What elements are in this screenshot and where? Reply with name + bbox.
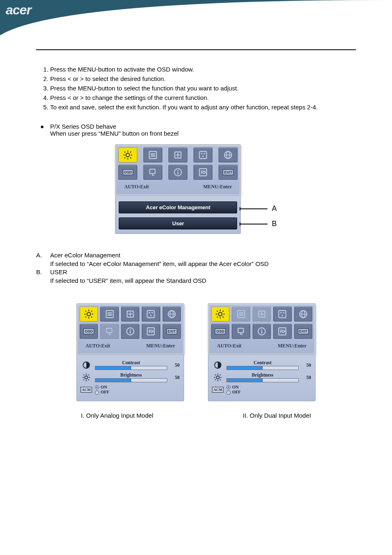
globe-tab-icon[interactable] [294, 307, 312, 321]
globe-tab-icon[interactable] [163, 307, 181, 321]
acm-on-radio[interactable] [226, 385, 231, 389]
acm-off-radio[interactable] [95, 391, 99, 395]
horizontal-rule [36, 49, 356, 50]
reset-tab-icon[interactable]: R [194, 165, 212, 180]
acm-row[interactable]: ACM ON OFF [212, 384, 311, 395]
acm-on-label: ON [101, 385, 107, 389]
list-tab-icon[interactable] [143, 148, 162, 162]
brightness-icon [81, 372, 92, 383]
globe-tab-icon[interactable] [219, 148, 238, 162]
banner-user[interactable]: User [119, 217, 237, 229]
brightness-tab-icon[interactable] [211, 307, 229, 321]
brightness-value: 50 [302, 375, 311, 380]
svg-line-105 [215, 379, 216, 380]
brightness-icon [212, 372, 223, 383]
brightness-label: Brightness [226, 372, 299, 377]
svg-point-68 [219, 312, 222, 316]
acm-row[interactable]: ACM ON OFF [81, 384, 180, 395]
lead-a-label: A [272, 204, 277, 213]
svg-rect-23 [150, 169, 155, 173]
sub-b-desc: If selected to “USER” item, will appear … [36, 277, 356, 285]
contrast-value: 50 [302, 363, 311, 368]
brightness-tab-icon[interactable] [80, 307, 98, 321]
svg-point-18 [204, 153, 205, 154]
svg-point-87 [282, 314, 283, 316]
step-item: Press the MENU-button to activate the OS… [50, 65, 356, 74]
color-tab-icon[interactable] [273, 307, 291, 321]
header-curve: acer [0, 0, 392, 37]
list-tab-icon[interactable] [100, 307, 118, 321]
position-tab-icon [253, 307, 271, 321]
svg-point-54 [130, 329, 131, 331]
brightness-tab-icon[interactable] [118, 148, 137, 162]
svg-line-8 [130, 152, 131, 153]
info-tab-icon[interactable] [121, 324, 139, 339]
svg-text:R: R [280, 329, 284, 334]
acm-on-radio[interactable] [95, 385, 99, 389]
reset-tab-icon[interactable]: R [273, 324, 291, 339]
signal-tab-icon[interactable] [232, 324, 250, 339]
osd-tab-row-2: OSD R EXIT [118, 165, 238, 180]
svg-point-48 [150, 314, 152, 316]
small-osd-row: OSD R EXIT AUTO:Exit MENU:Enter Contrast [36, 303, 356, 401]
brightness-row[interactable]: Brightness 50 [81, 372, 180, 383]
svg-line-106 [220, 375, 221, 375]
svg-line-7 [125, 157, 125, 158]
behave-text: P/X Series OSD behave When user press “M… [50, 123, 356, 137]
osd-tab-icon[interactable]: OSD [80, 324, 98, 339]
signal-tab-icon[interactable] [143, 165, 162, 180]
sub-b-label: B. [36, 268, 50, 277]
page-content: Press the MENU-button to activate the OS… [0, 49, 392, 435]
position-tab-icon[interactable] [168, 148, 187, 162]
svg-rect-91 [238, 328, 243, 333]
acm-off-radio[interactable] [226, 391, 231, 395]
banner-ecolor[interactable]: Acer eColor Management [119, 201, 237, 213]
sub-list: A. Acer eColor Management If selected to… [36, 251, 356, 285]
info-tab-icon[interactable] [253, 324, 271, 339]
svg-point-19 [203, 156, 204, 157]
contrast-row[interactable]: Contrast 50 [212, 360, 311, 370]
position-tab-icon[interactable] [121, 307, 139, 321]
svg-line-36 [85, 317, 86, 317]
osd-tab-icon[interactable]: OSD [118, 165, 137, 180]
exit-tab-icon[interactable]: EXIT [219, 165, 238, 180]
lead-a: A [240, 204, 277, 213]
contrast-icon [212, 360, 223, 370]
svg-point-25 [178, 170, 179, 171]
svg-rect-84 [279, 310, 286, 317]
svg-point-86 [283, 312, 284, 313]
osd-tab-icon[interactable]: OSD [211, 324, 229, 339]
curve-graphic [0, 0, 392, 37]
svg-line-104 [220, 379, 221, 380]
instruction-steps: Press the MENU-button to activate the OS… [36, 65, 356, 111]
svg-line-74 [223, 317, 224, 317]
behave-title: P/X Series OSD behave [50, 123, 356, 130]
svg-point-46 [149, 312, 150, 313]
contrast-value: 50 [171, 363, 180, 368]
caption-analog: I. Only Analog Input Model [81, 412, 153, 419]
info-tab-icon[interactable] [168, 165, 187, 180]
exit-tab-icon[interactable]: EXIT [294, 324, 312, 339]
brightness-row[interactable]: Brightness 50 [212, 372, 311, 383]
svg-point-29 [87, 312, 91, 316]
osd-dual: OSD R EXIT AUTO:Exit MENU:Enter Contrast [208, 303, 316, 401]
svg-rect-45 [148, 310, 154, 317]
exit-tab-icon[interactable]: EXIT [163, 324, 181, 339]
svg-text:R: R [149, 329, 152, 334]
brand-logo: acer [6, 2, 31, 18]
sub-a-label: A. [36, 251, 50, 260]
color-tab-icon[interactable] [142, 307, 160, 321]
captions-row: I. Only Analog Input Model II. Only Dual… [36, 412, 356, 419]
svg-line-37 [91, 311, 92, 312]
color-tab-icon[interactable] [194, 148, 212, 162]
osd-tab-row-1 [118, 148, 238, 162]
svg-line-103 [215, 375, 216, 375]
behave-sub: When user press “MENU” button on front b… [50, 130, 356, 137]
osd-main-panel: OSD R EXIT AUTO:Exit [115, 144, 241, 234]
svg-rect-52 [106, 328, 112, 333]
brightness-value: 50 [171, 375, 180, 380]
step-item: Press < or > to change the settings of t… [50, 93, 356, 102]
contrast-row[interactable]: Contrast 50 [81, 360, 180, 370]
reset-tab-icon[interactable]: R [142, 324, 160, 339]
step-item: Press < or > to select the desired funct… [50, 74, 356, 83]
